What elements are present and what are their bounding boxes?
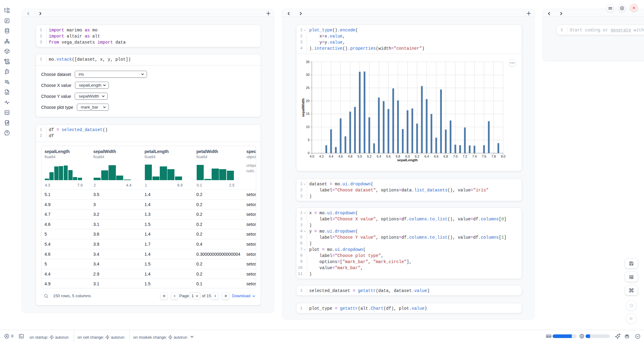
svg-text:6.0: 6.0 [405, 155, 410, 158]
svg-text:0: 0 [308, 151, 309, 155]
svg-text:6.2: 6.2 [415, 155, 420, 158]
svg-text:15: 15 [306, 112, 309, 116]
svg-text:4.0: 4.0 [310, 155, 314, 158]
svg-text:25: 25 [306, 86, 309, 90]
svg-text:5.4: 5.4 [377, 155, 381, 158]
svg-text:35: 35 [306, 60, 309, 64]
svg-text:5.6: 5.6 [386, 155, 391, 158]
svg-text:10: 10 [306, 125, 309, 129]
svg-text:4.6: 4.6 [338, 155, 343, 158]
svg-text:5.2: 5.2 [367, 155, 372, 158]
svg-text:7.0: 7.0 [453, 155, 458, 158]
svg-text:7.6: 7.6 [482, 155, 486, 158]
svg-text:5: 5 [308, 138, 309, 142]
svg-text:6.8: 6.8 [444, 155, 448, 158]
svg-text:7.4: 7.4 [472, 155, 477, 158]
svg-text:6.6: 6.6 [434, 155, 438, 158]
svg-text:7.8: 7.8 [491, 155, 496, 158]
svg-text:5.8: 5.8 [396, 155, 400, 158]
svg-text:4.4: 4.4 [329, 155, 333, 158]
svg-text:8.0: 8.0 [501, 155, 506, 158]
svg-text:30: 30 [306, 73, 309, 77]
svg-text:20: 20 [306, 99, 309, 103]
svg-text:7.2: 7.2 [463, 155, 467, 158]
svg-text:6.4: 6.4 [424, 155, 429, 158]
svg-text:sepalLength: sepalLength [397, 158, 418, 162]
svg-text:4.2: 4.2 [319, 155, 324, 158]
svg-text:5.0: 5.0 [357, 155, 362, 158]
svg-text:sepalWidth: sepalWidth [301, 98, 305, 117]
svg-text:4.8: 4.8 [348, 155, 352, 158]
